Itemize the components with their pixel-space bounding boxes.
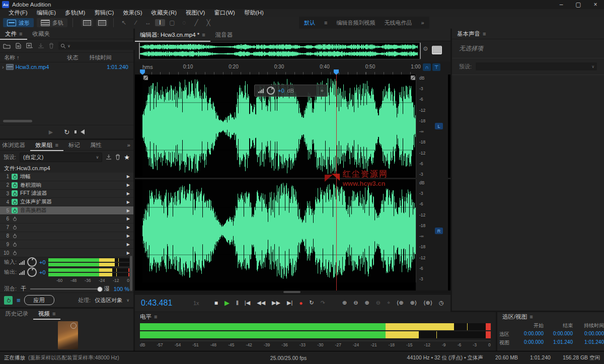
tool-icon[interactable]: ∕ [131,19,141,26]
transport-button[interactable]: ● [299,300,303,307]
rack-power-button[interactable] [4,296,13,305]
transport-button[interactable]: ‖ [236,300,238,307]
view-duration[interactable]: 1:01.240 [573,339,604,346]
tab-markers[interactable]: 标记 [63,140,85,150]
file-row[interactable]: › Hcw3.cn.mp4 1:01.240 [0,62,133,71]
menu-item[interactable]: 效果(S) [118,9,146,17]
time-display[interactable]: 0:43.481 [141,299,187,308]
transport-button[interactable]: ▶| [287,300,292,306]
menu-item[interactable]: 文件(F) [4,9,32,17]
more-panels-icon[interactable]: » [124,140,133,150]
process-value[interactable]: 仅选区对象 [95,297,122,304]
tab-history[interactable]: 历史记录 [0,309,33,319]
slot-arrow-icon[interactable]: ▶ [127,242,131,247]
hud-pin-icon[interactable]: ⌖ [321,88,324,94]
panel-menu-icon[interactable]: ≡ [154,314,157,320]
selection-duration[interactable]: 0:00.000 [573,331,604,338]
effect-slot[interactable]: 7▶ [0,224,133,232]
workspace-menu-icon[interactable]: ≡ [324,20,327,26]
open-folder-icon[interactable] [3,43,11,49]
col-name[interactable]: 名称 ↑ [4,54,20,61]
fade-out-handle[interactable] [411,76,415,80]
expander-icon[interactable]: › [2,64,4,70]
save-preset-icon[interactable] [106,154,112,160]
transport-button[interactable]: ▶ [224,299,230,307]
show-waveform-button[interactable] [81,19,93,27]
volume-hud[interactable]: +0 dB ⌖ [254,85,328,97]
menu-item[interactable]: 多轨(M) [60,9,90,17]
menu-item[interactable]: 编辑(E) [32,9,60,17]
transport-button[interactable]: ■ [214,300,218,307]
new-item-icon[interactable] [26,43,33,49]
selection-start[interactable]: 0:00.000 [514,331,544,338]
input-gain-knob[interactable] [27,257,37,267]
tab-essential-sound[interactable]: 基本声音 ≡ [452,29,491,39]
view-start[interactable]: 0:00.000 [514,339,544,346]
transport-button[interactable]: ◀◀ [257,300,265,306]
show-spectral-button[interactable] [96,19,108,27]
workspace-item[interactable]: 编辑音频到视频 [336,19,375,27]
video-thumbnail[interactable] [58,321,78,349]
tool-icon[interactable]: ◌ [179,19,189,26]
menu-item[interactable]: 剪辑(C) [90,9,118,17]
zoom-button[interactable]: ⊖ [376,300,381,306]
pin-tool-icon[interactable]: ⊤ [432,63,440,71]
overview-strip[interactable] [139,42,421,59]
right-channel-badge[interactable]: R [435,228,443,234]
tool-icon[interactable]: ↖ [119,19,129,26]
tab-favorites[interactable]: 收藏夹 [27,29,55,39]
display-mode-icon[interactable] [432,46,442,54]
waveform-area[interactable]: +0 dB ⌖ 红尘资源网 www.hcw3.cn [135,75,450,290]
effect-slot[interactable]: 1增幅▶ [0,173,133,181]
zoom-button[interactable]: ⊖ [353,300,358,306]
panel-menu-icon[interactable]: ≡ [52,311,55,317]
workspace-default[interactable]: 默认 [304,19,315,27]
close-button[interactable]: × [587,0,604,9]
tool-icon[interactable]: ╳ [203,19,213,26]
tab-media-browser[interactable]: 体浏览器 [0,140,30,150]
effect-slot[interactable]: 9▶ [0,240,133,249]
zoom-button[interactable]: ⟨⊕ [397,300,404,306]
es-preset-dropdown[interactable]: ∨ [476,62,597,70]
tool-icon[interactable]: I [155,19,165,26]
tab-mixer[interactable]: 混音器 [210,29,238,41]
favorite-star-icon[interactable]: ★ [124,154,130,161]
menu-item[interactable]: 窗口(W) [209,9,240,17]
horizontal-scrollbar[interactable] [3,120,32,122]
tab-properties[interactable]: 属性 [85,140,107,150]
delete-preset-icon[interactable] [115,154,120,160]
autoplay-speaker-icon[interactable] [81,129,85,134]
effect-slot[interactable]: 8▶ [0,232,133,241]
power-icon[interactable] [12,207,18,213]
transport-button[interactable]: ↻ [310,300,314,306]
preset-dropdown[interactable]: (自定义) ∨ [20,153,102,162]
effect-slot[interactable]: 10▶ [0,249,133,257]
effect-slot[interactable]: 4立体声扩展器▶ [0,198,133,206]
tab-files[interactable]: 文件 ≡ [0,29,27,40]
maximize-button[interactable]: ▢ [570,0,587,9]
tab-video[interactable]: 视频 ≡ [33,309,60,320]
chevron-down-icon[interactable]: ∨ [126,298,129,303]
multitrack-view-button[interactable]: 多轨 [37,18,67,27]
menu-item[interactable]: 视图(V) [181,9,209,17]
rack-list-icon[interactable]: ≡ [17,297,20,304]
search-box[interactable]: ∨ [58,42,142,50]
panel-menu-icon[interactable]: ≡ [55,142,58,148]
fade-in-handle[interactable] [143,76,148,80]
transport-button[interactable]: ▶▶ [272,300,280,306]
menu-item[interactable]: 收藏夹(R) [147,9,181,17]
search-options-icon[interactable]: ∨ [67,44,70,48]
workspace-item[interactable]: 无线电作品 [384,19,412,27]
hud-gain-knob[interactable] [267,87,275,95]
power-icon[interactable] [12,225,18,231]
channel-divider[interactable] [135,178,450,179]
menu-item[interactable]: 帮助(H) [240,9,268,17]
effect-slot[interactable]: 2卷积混响▶ [0,181,133,190]
power-icon[interactable] [12,199,18,205]
power-icon[interactable] [12,174,18,180]
zoom-button[interactable]: ⊕⟩ [410,300,417,306]
playback-speed[interactable]: 1x [193,300,199,306]
slot-arrow-icon[interactable]: ▶ [127,174,131,179]
effect-slot[interactable]: 3FFT 滤波器▶ [0,190,133,198]
zoom-button[interactable]: ⟨⊕⟩ [423,300,432,306]
